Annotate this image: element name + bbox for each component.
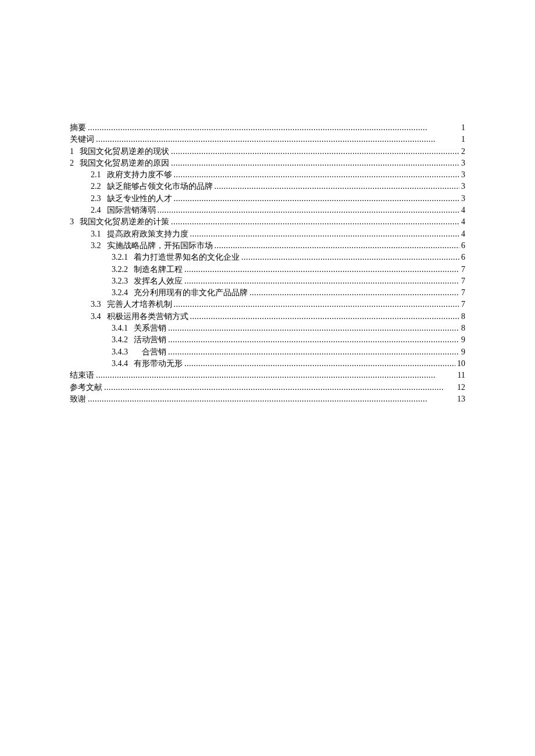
- toc-entry: 3.2.1着力打造世界知名的文化企业6: [70, 252, 465, 263]
- toc-page-number: 8: [459, 311, 465, 323]
- toc-number: 3.4.4: [112, 358, 134, 370]
- toc-number: 3.2.3: [112, 275, 134, 287]
- toc-leader-dots: [172, 193, 460, 205]
- toc-title: 我国文化贸易逆差的原因: [80, 157, 169, 169]
- toc-title: 国际营销薄弱: [107, 205, 156, 216]
- toc-title: 有形带动无形: [134, 358, 183, 370]
- toc-leader-dots: [169, 216, 459, 228]
- toc-number: 3.4.1: [112, 323, 134, 334]
- toc-number: 3.1: [91, 228, 107, 240]
- toc-title: 我国文化贸易逆差的现状: [80, 146, 169, 157]
- toc-title: 着力打造世界知名的文化企业: [134, 252, 240, 263]
- toc-page-number: 6: [459, 252, 465, 263]
- toc-number: 3.2.2: [112, 264, 134, 275]
- toc-entry: 结束语11: [70, 370, 465, 381]
- toc-page-number: 11: [456, 370, 465, 381]
- toc-number: 3.3: [91, 299, 107, 310]
- toc-title: 缺乏能够占领文化市场的品牌: [107, 181, 213, 192]
- toc-leader-dots: [183, 264, 459, 275]
- toc-page-number: 7: [459, 275, 465, 287]
- toc-leader-dots: [86, 122, 459, 134]
- toc-leader-dots: [183, 275, 459, 287]
- toc-number: 3.2: [91, 240, 107, 252]
- toc-entry: 致谢13: [70, 393, 465, 405]
- toc-leader-dots: [86, 393, 455, 405]
- toc-leader-dots: [248, 287, 459, 299]
- toc-page-number: 3: [459, 169, 465, 181]
- toc-entry: 关键词1: [70, 134, 465, 145]
- toc-number: 2.1: [91, 169, 107, 181]
- toc-page-number: 1: [459, 122, 465, 134]
- toc-entry: 2.3缺乏专业性的人才3: [70, 193, 465, 205]
- toc-page-number: 4: [459, 216, 465, 228]
- toc-number: 3.2.4: [112, 287, 134, 299]
- toc-title: 充分利用现有的非文化产品品牌: [134, 287, 248, 299]
- toc-number: 2.2: [91, 181, 107, 192]
- toc-title: 摘要: [70, 122, 86, 134]
- toc-title: 发挥名人效应: [134, 275, 183, 287]
- toc-leader-dots: [156, 205, 460, 216]
- toc-title: 缺乏专业性的人才: [107, 193, 172, 205]
- toc-page-number: 6: [459, 240, 465, 252]
- toc-entry: 3.4.2活动营销9: [70, 334, 465, 346]
- table-of-contents: 摘要1关键词11我国文化贸易逆差的现状22我国文化贸易逆差的原因32.1政府支持…: [70, 122, 465, 405]
- toc-entry: 3.1提高政府政策支持力度4: [70, 228, 465, 240]
- toc-entry: 2.2缺乏能够占领文化市场的品牌3: [70, 181, 465, 192]
- toc-title: 积极运用各类营销方式: [107, 311, 188, 323]
- toc-page-number: 3: [459, 157, 465, 169]
- toc-title: 关系营销: [134, 323, 166, 334]
- toc-entry: 参考文献12: [70, 382, 465, 393]
- toc-number: 2: [70, 157, 80, 169]
- toc-leader-dots: [169, 157, 459, 169]
- toc-page-number: 7: [459, 264, 465, 275]
- toc-title: 实施战略品牌，开拓国际市场: [107, 240, 213, 252]
- toc-leader-dots: [213, 181, 460, 192]
- toc-leader-dots: [102, 382, 455, 393]
- toc-title: 致谢: [70, 393, 86, 405]
- toc-entry: 2.1政府支持力度不够3: [70, 169, 465, 181]
- toc-leader-dots: [166, 334, 459, 346]
- toc-entry: 2我国文化贸易逆差的原因3: [70, 157, 465, 169]
- toc-entry: 3.2.2制造名牌工程7: [70, 264, 465, 275]
- toc-number: 3: [70, 216, 80, 228]
- toc-entry: 3.2.3发挥名人效应7: [70, 275, 465, 287]
- toc-leader-dots: [94, 370, 456, 381]
- toc-title: 活动营销: [134, 334, 166, 346]
- toc-number: 2.4: [91, 205, 107, 216]
- toc-page-number: 13: [455, 393, 465, 405]
- toc-number: 3.4: [91, 311, 107, 323]
- toc-title: 制造名牌工程: [134, 264, 183, 275]
- toc-page-number: 2: [459, 146, 465, 157]
- toc-title: 我国文化贸易逆差的计策: [80, 216, 169, 228]
- toc-leader-dots: [172, 299, 460, 310]
- toc-number: 1: [70, 146, 80, 157]
- toc-entry: 3.2.4充分利用现有的非文化产品品牌7: [70, 287, 465, 299]
- toc-entry: 2.4国际营销薄弱4: [70, 205, 465, 216]
- toc-leader-dots: [213, 240, 460, 252]
- toc-title: 合营销: [134, 346, 166, 358]
- toc-page-number: 1: [459, 134, 465, 145]
- toc-page-number: 10: [455, 358, 465, 370]
- toc-entry: 3.2实施战略品牌，开拓国际市场6: [70, 240, 465, 252]
- toc-page-number: 9: [459, 334, 465, 346]
- toc-leader-dots: [172, 169, 460, 181]
- toc-leader-dots: [166, 346, 459, 358]
- toc-entry: 摘要1: [70, 122, 465, 134]
- toc-number: 3.4.3: [112, 346, 134, 358]
- toc-entry: 3.4.4有形带动无形10: [70, 358, 465, 370]
- toc-leader-dots: [188, 311, 460, 323]
- toc-page-number: 7: [459, 299, 465, 310]
- toc-entry: 3.3完善人才培养机制7: [70, 299, 465, 310]
- toc-leader-dots: [183, 358, 455, 370]
- toc-page-number: 8: [459, 323, 465, 334]
- toc-title: 提高政府政策支持力度: [107, 228, 188, 240]
- toc-leader-dots: [188, 228, 460, 240]
- toc-title: 关键词: [70, 134, 94, 145]
- toc-number: 3.4.2: [112, 334, 134, 346]
- toc-entry: 3.4.3 合营销9: [70, 346, 465, 358]
- toc-entry: 3.4.1关系营销8: [70, 323, 465, 334]
- toc-number: 3.2.1: [112, 252, 134, 263]
- toc-entry: 3.4积极运用各类营销方式8: [70, 311, 465, 323]
- toc-title: 参考文献: [70, 382, 102, 393]
- toc-number: 2.3: [91, 193, 107, 205]
